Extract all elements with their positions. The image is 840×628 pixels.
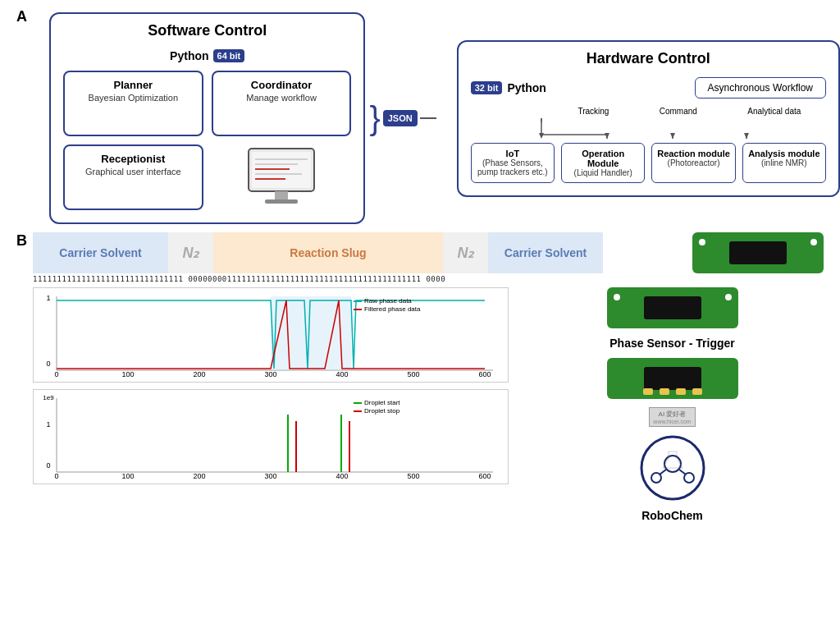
software-control-box: Software Control Python 64 bit Planner B… — [49, 12, 365, 224]
svg-text:200: 200 — [193, 472, 205, 480]
hardware-control-title: Hardware Control — [471, 50, 826, 67]
sensor-pads — [643, 388, 702, 395]
analysis-subtitle: (inline NMR) — [746, 158, 822, 167]
chart1-svg: 1 0 0 100 200 300 400 500 600 — [34, 288, 508, 378]
svg-text:400: 400 — [336, 472, 348, 480]
svg-rect-28 — [354, 300, 362, 302]
reaction-slug: Reaction Slug — [213, 232, 443, 273]
section-b: B Carrier Solvent — [16, 232, 824, 522]
hardware-control-box: Hardware Control 32 bit Python Asynchron… — [457, 40, 840, 197]
json-badge: JSON — [383, 110, 418, 126]
operation-subtitle: (Liquid Handler) — [565, 168, 641, 177]
pad-2 — [660, 388, 669, 395]
coordinator-title: Coordinator — [221, 79, 342, 91]
iot-module: IoT (Phase Sensors, pump trackers etc.) — [471, 143, 555, 183]
sensor-board-black-top — [729, 241, 787, 264]
coordinator-subtitle: Manage workflow — [221, 93, 342, 103]
python-label-hw: Python — [507, 81, 546, 94]
section-b-label: B — [16, 232, 27, 250]
sensor-board-area — [692, 232, 824, 273]
n2-right: N₂ — [443, 232, 488, 273]
chart2-svg: 1e9 1 0 0 100 200 300 400 500 — [34, 390, 508, 480]
sensor-board-main-bottom — [607, 358, 738, 399]
sensor-black-chip-top — [644, 296, 701, 319]
hw-arrow-labels: Tracking Command Analytical data — [553, 107, 826, 116]
svg-marker-17 — [670, 133, 675, 139]
n2-left-label: N₂ — [183, 244, 199, 262]
svg-text:1: 1 — [46, 420, 50, 429]
sensor-board-main-top — [607, 287, 738, 328]
sensor-dot-tr — [725, 294, 732, 300]
planner-subtitle: Bayesian Optimization — [73, 93, 194, 103]
carrier-solvent-right: Carrier Solvent — [488, 232, 603, 273]
binary-row: 1111111111111111111111111111111 00000000… — [33, 275, 824, 283]
svg-text:Raw phase data: Raw phase data — [364, 297, 412, 305]
ai-watermark: AI 爱好者 www.hicei.com — [649, 407, 695, 427]
iot-title: IoT — [475, 149, 550, 158]
n2-left: N₂ — [168, 232, 213, 273]
brace-icon: } — [369, 102, 380, 135]
svg-text:0: 0 — [54, 370, 58, 378]
hw-modules-row: IoT (Phase Sensors, pump trackers etc.) … — [471, 143, 826, 183]
svg-text:Filtered phase data: Filtered phase data — [364, 305, 421, 313]
monitor-icon — [240, 144, 322, 210]
planner-title: Planner — [73, 79, 194, 91]
svg-text:300: 300 — [264, 472, 276, 480]
command-label: Command — [660, 107, 697, 116]
chart1-y-max: 1 — [46, 294, 50, 302]
tracking-label: Tracking — [578, 107, 609, 116]
pad-3 — [676, 388, 686, 395]
planner-box: Planner Bayesian Optimization — [63, 71, 203, 136]
svg-text:500: 500 — [407, 472, 419, 480]
software-grid: Planner Bayesian Optimization Coordinato… — [63, 71, 351, 210]
sensor-board-top — [692, 232, 824, 273]
coordinator-box: Coordinator Manage workflow — [212, 71, 352, 136]
hw-arrows-svg — [492, 118, 804, 139]
sensor-black-chip-bottom — [644, 367, 701, 390]
n2-right-label: N₂ — [458, 244, 474, 262]
main-container: A Software Control Python 64 bit Planner… — [0, 0, 840, 628]
sensor-area: Phase Sensor - Trigger AI 爱好者 www.hicei.… — [521, 287, 824, 522]
connector-line — [420, 117, 436, 119]
svg-text:500: 500 — [407, 370, 419, 378]
pad-4 — [692, 388, 702, 395]
phase-sensor-title: Phase Sensor - Trigger — [609, 337, 735, 350]
charts-and-sensor: 1 0 0 100 200 300 400 500 600 — [33, 287, 824, 522]
operation-title: Operation Module — [565, 149, 641, 168]
svg-point-49 — [664, 456, 681, 472]
python-badge-sw: Python 64 bit — [63, 49, 351, 62]
receptionist-subtitle: Graphical user interface — [73, 167, 194, 176]
svg-text:100: 100 — [121, 472, 134, 480]
svg-line-53 — [679, 470, 686, 474]
svg-text:0: 0 — [54, 472, 58, 480]
sensor-dot-left — [699, 239, 705, 245]
svg-rect-46 — [354, 410, 362, 412]
section-a: A Software Control Python 64 bit Planner… — [16, 8, 824, 224]
reaction-module: Reaction module (Photoreactor) — [651, 143, 735, 183]
svg-line-52 — [660, 470, 666, 474]
svg-text:Droplet start: Droplet start — [364, 399, 400, 406]
svg-rect-7 — [275, 191, 288, 199]
svg-text:400: 400 — [336, 370, 348, 378]
hw-python-row: 32 bit Python Asynchronous Workflow — [471, 77, 826, 99]
svg-text:600: 600 — [478, 370, 491, 378]
svg-marker-15 — [539, 133, 544, 139]
analytical-label: Analytical data — [747, 107, 801, 116]
iot-subtitle: (Phase Sensors, pump trackers etc.) — [475, 158, 550, 176]
bit-badge-hw: 32 bit — [471, 81, 503, 94]
svg-marker-16 — [605, 133, 609, 139]
svg-text:0: 0 — [46, 461, 50, 470]
svg-text:Droplet stop: Droplet stop — [364, 407, 400, 415]
svg-text:100: 100 — [121, 370, 134, 378]
analysis-title: Analysis module — [746, 149, 822, 158]
receptionist-box: Receptionist Graphical user interface — [63, 144, 203, 210]
bit-badge-sw: 64 bit — [213, 49, 245, 62]
section-a-label: A — [16, 8, 27, 25]
reaction-subtitle: (Photoreactor) — [655, 158, 731, 167]
async-workflow-box: Asynchronous Workflow — [695, 77, 827, 99]
pad-1 — [643, 388, 653, 395]
svg-rect-44 — [354, 402, 362, 404]
svg-rect-30 — [354, 309, 362, 310]
flow-diagram: Carrier Solvent N₂ Reaction Slug N₂ Carr… — [33, 232, 824, 283]
receptionist-title: Receptionist — [73, 153, 194, 165]
